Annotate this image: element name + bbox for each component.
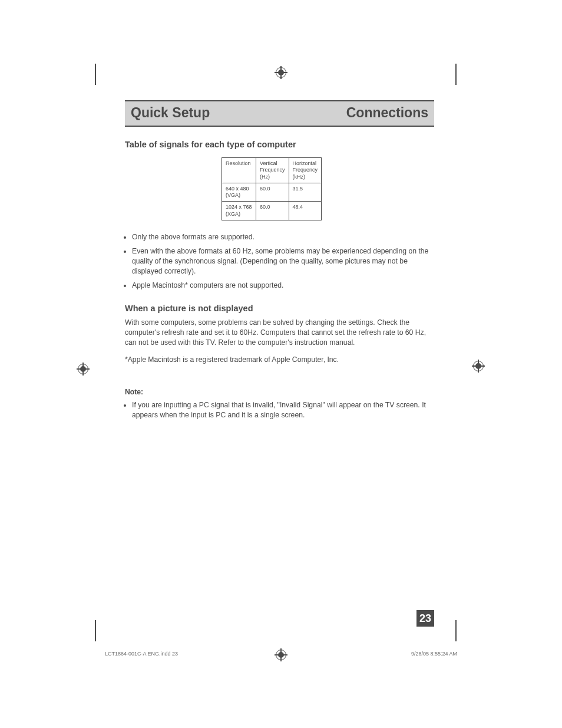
list-item: Apple Macintosh* computers are not suppo… [132,281,434,291]
header-left: Quick Setup [131,105,210,121]
page-content: Quick Setup Connections Table of signals… [125,100,434,427]
section-title: Table of signals for each type of comput… [125,140,434,149]
page-number-badge: 23 [416,610,434,627]
page-number: 23 [419,612,431,625]
table-row: 640 x 480 (VGA) 60.0 31.5 [222,183,322,202]
signal-table: Resolution Vertical Frequency (Hz) Horiz… [222,157,322,220]
section-header-bar: Quick Setup Connections [125,100,434,127]
table-row: 1024 x 768 (XGA) 60.0 48.4 [222,202,322,220]
table-header-cell: Vertical Frequency (Hz) [256,158,289,183]
note-block: Note: If you are inputting a PC signal t… [125,387,434,420]
header-right: Connections [346,105,428,121]
registration-mark-icon [275,66,287,79]
list-item: If you are inputting a PC signal that is… [132,400,434,420]
crop-mark [455,620,457,641]
registration-mark-icon [77,363,90,375]
table-cell: 60.0 [256,183,289,202]
bullet-list: If you are inputting a PC signal that is… [125,400,434,420]
list-item: Only the above formats are supported. [132,232,434,242]
table-cell: 48.4 [289,202,322,220]
section-title: When a picture is not displayed [125,304,434,313]
crop-mark [455,64,457,85]
bullet-list: Only the above formats are supported. Ev… [125,232,434,291]
note-label: Note: [125,387,434,397]
list-item: Even with the above formats at 60 Hz, so… [132,246,434,276]
registration-mark-icon [472,360,485,373]
table-cell: 1024 x 768 (XGA) [222,202,256,220]
paragraph: *Apple Macintosh is a registered tradema… [125,355,434,365]
footer-timestamp: 9/28/05 8:55:24 AM [411,651,457,657]
table-cell: 31.5 [289,183,322,202]
table-header-cell: Resolution [222,158,256,183]
table-header-cell: Horizontal Frequency (kHz) [289,158,322,183]
footer-file: LCT1864-001C-A ENG.indd 23 [105,651,178,657]
crop-mark [95,64,96,85]
print-footer: LCT1864-001C-A ENG.indd 23 9/28/05 8:55:… [105,651,457,657]
table-cell: 640 x 480 (VGA) [222,183,256,202]
crop-mark [95,620,96,641]
table-row: Resolution Vertical Frequency (Hz) Horiz… [222,158,322,183]
paragraph: With some computers, some problems can b… [125,318,434,348]
table-cell: 60.0 [256,202,289,220]
